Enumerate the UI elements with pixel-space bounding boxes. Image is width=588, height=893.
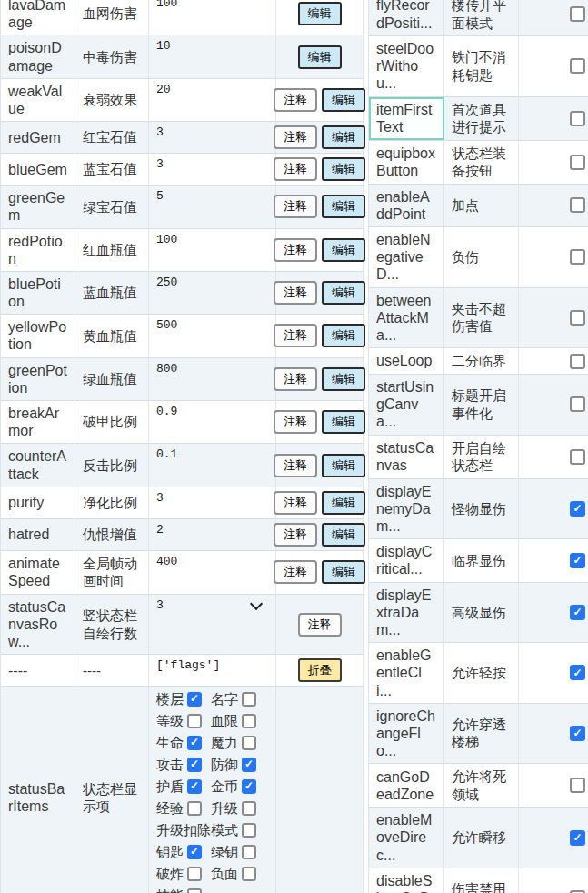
flag-checkbox[interactable]: ✓ [570,665,585,680]
statusbar-item-checkbox[interactable] [242,692,256,707]
fold-button[interactable]: 折叠 [298,658,342,682]
statusbar-item-checkbox[interactable] [242,823,256,838]
config-key-cell[interactable]: blueGem [1,154,75,185]
row-count-select[interactable]: 3 [156,597,268,614]
flag-checkbox[interactable] [570,396,585,412]
edit-button[interactable]: 编辑 [322,88,365,112]
config-key-cell[interactable]: hatred [1,519,75,550]
statusbar-item-checkbox[interactable]: ✓ [242,758,256,772]
config-key-cell[interactable]: enableAddPoint [369,185,444,226]
comment-button[interactable]: 注释 [274,523,317,547]
flag-checkbox[interactable] [570,449,585,465]
config-key-cell[interactable]: greenPotion [1,358,75,400]
comment-button[interactable]: 注释 [274,88,317,112]
comment-button[interactable]: 注释 [298,613,342,637]
config-key-cell[interactable]: displayExtraDam... [369,583,444,643]
config-key-cell[interactable]: disableShopOnDa... [369,868,444,893]
comment-button[interactable]: 注释 [274,125,317,149]
statusbar-item-checkbox[interactable]: ✓ [242,779,256,794]
edit-button[interactable]: 编辑 [322,195,365,218]
comment-button[interactable]: 注释 [274,491,317,515]
statusbar-item-checkbox[interactable] [242,867,256,881]
comment-button[interactable]: 注释 [274,238,317,262]
edit-button[interactable]: 编辑 [322,367,365,391]
config-key-cell[interactable]: displayCritical... [369,539,444,581]
config-key-cell[interactable]: statusBarItems [1,687,75,893]
comment-button[interactable]: 注释 [274,281,317,305]
flag-checkbox[interactable]: ✓ [570,830,585,846]
config-key-cell[interactable]: bluePotion [1,272,75,314]
statusbar-item-checkbox[interactable]: ✓ [187,692,202,707]
config-key-cell[interactable]: poisonDamage [1,35,75,77]
edit-button[interactable]: 编辑 [322,157,365,181]
edit-button[interactable]: 编辑 [322,324,365,347]
config-key-cell[interactable]: statusCanvas [369,436,444,478]
statusbar-item-checkbox[interactable] [242,714,256,728]
config-key-cell[interactable]: steelDoorWithou... [369,36,444,96]
edit-button[interactable]: 编辑 [322,560,365,584]
flag-checkbox[interactable] [570,6,585,22]
statusbar-item-checkbox[interactable] [187,714,202,728]
edit-button[interactable]: 编辑 [322,523,365,547]
statusbar-item-checkbox[interactable]: ✓ [187,758,202,772]
config-key-cell[interactable]: betweenAttackMa... [369,288,444,348]
flag-checkbox[interactable] [570,249,585,265]
edit-button[interactable]: 编辑 [322,454,365,477]
config-key-cell[interactable]: canGoDeadZone [369,764,444,807]
config-key-cell[interactable]: equipboxButton [369,141,444,184]
config-key-cell[interactable]: enableGentleCli... [369,643,444,703]
flag-checkbox[interactable] [570,111,585,126]
comment-button[interactable]: 注释 [274,560,317,584]
statusbar-item-checkbox[interactable]: ✓ [187,736,202,750]
statusbar-item-checkbox[interactable] [242,801,256,816]
edit-button[interactable]: 编辑 [322,410,365,434]
statusbar-item-checkbox[interactable]: ✓ [187,779,202,794]
edit-button[interactable]: 编辑 [322,491,365,515]
flag-checkbox[interactable]: ✓ [570,726,585,741]
flag-checkbox[interactable] [570,778,585,793]
config-key-cell[interactable]: purify [1,487,75,518]
edit-button[interactable]: 编辑 [298,45,342,69]
edit-button[interactable]: 编辑 [298,2,342,25]
flag-checkbox[interactable] [570,310,585,326]
comment-button[interactable]: 注释 [274,367,317,391]
config-key-cell[interactable]: useLoop [369,348,444,374]
flag-checkbox[interactable]: ✓ [570,501,585,517]
config-key-cell[interactable]: lavaDamage [1,0,75,35]
statusbar-item-checkbox[interactable]: ✓ [187,845,202,859]
comment-button[interactable]: 注释 [274,324,317,347]
flag-checkbox[interactable]: ✓ [570,553,585,568]
config-key-cell[interactable]: redGem [1,122,75,153]
comment-button[interactable]: 注释 [274,195,317,218]
comment-button[interactable]: 注释 [274,410,317,434]
config-key-cell[interactable]: animateSpeed [1,551,75,594]
flag-checkbox[interactable] [570,197,585,213]
config-key-cell[interactable]: ---- [1,655,75,686]
config-key-cell[interactable]: ignoreChangeFlo... [369,704,444,764]
config-key-cell[interactable]: breakArmor [1,401,75,443]
config-key-cell[interactable]: statusCanvasRow... [1,595,75,655]
config-key-cell[interactable]: counterAttack [1,444,75,486]
statusbar-item-checkbox[interactable] [242,845,256,859]
edit-button[interactable]: 编辑 [322,125,365,149]
config-key-cell[interactable]: greenGem [1,186,75,227]
statusbar-item-checkbox[interactable] [187,801,202,816]
statusbar-item-checkbox[interactable] [187,888,202,893]
config-key-cell[interactable]: enableNegativeD... [369,227,444,287]
flag-checkbox[interactable] [570,58,585,74]
flag-checkbox[interactable]: ✓ [570,605,585,620]
config-key-cell[interactable]: itemFirstText [369,97,444,140]
comment-button[interactable]: 注释 [274,454,317,477]
statusbar-item-checkbox[interactable] [242,736,256,750]
config-key-cell[interactable]: yellowPotion [1,315,75,356]
config-key-cell[interactable]: startUsingCanva... [369,375,444,435]
config-key-cell[interactable]: flyRecordPositi... [369,0,444,35]
edit-button[interactable]: 编辑 [322,281,365,305]
config-key-cell[interactable]: enableMoveDirec... [369,808,444,868]
config-key-cell[interactable]: displayEnemyDam... [369,479,444,539]
config-key-cell[interactable]: weakValue [1,79,75,121]
edit-button[interactable]: 编辑 [322,238,365,262]
flag-checkbox[interactable] [570,354,585,369]
comment-button[interactable]: 注释 [274,157,317,181]
statusbar-item-checkbox[interactable] [187,867,202,881]
